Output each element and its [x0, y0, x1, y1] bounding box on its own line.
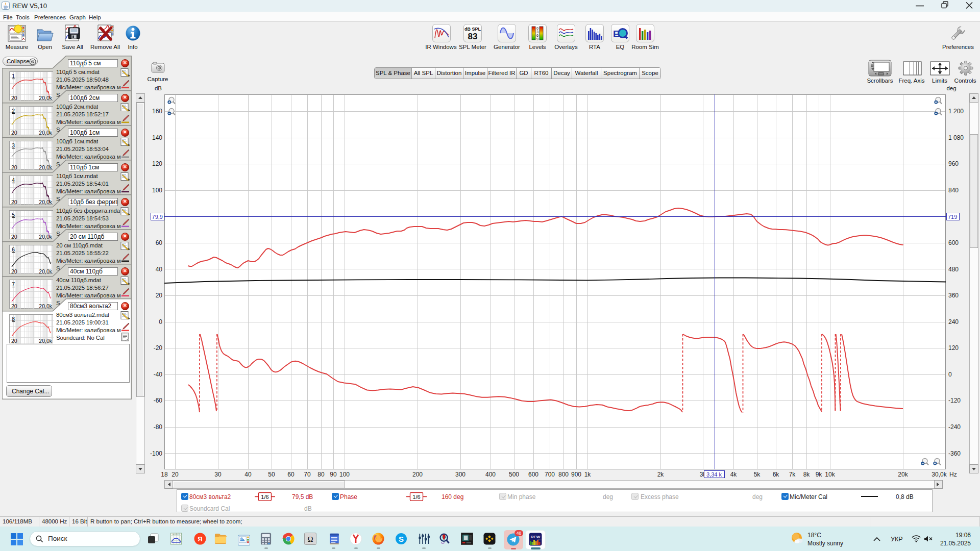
svg-text:83: 83 [468, 32, 478, 41]
svg-text:20: 20 [156, 292, 163, 299]
svg-text:70: 70 [304, 471, 311, 478]
svg-text:960: 960 [948, 160, 959, 167]
svg-text:30: 30 [214, 471, 222, 478]
svg-text:20: 20 [172, 471, 179, 478]
svg-text:20: 20 [11, 338, 17, 344]
svg-text:8k: 8k [803, 471, 811, 478]
svg-text:9k: 9k [816, 471, 823, 478]
svg-text:30,0k: 30,0k [932, 471, 947, 478]
svg-text:500: 500 [509, 471, 519, 478]
svg-text:1 080: 1 080 [948, 134, 964, 141]
svg-text:1 200: 1 200 [948, 108, 964, 115]
svg-text:0: 0 [948, 371, 952, 378]
svg-text:800: 800 [558, 471, 569, 478]
svg-text:600: 600 [528, 471, 538, 478]
svg-text:79,9: 79,9 [152, 214, 163, 220]
svg-text:-80: -80 [154, 423, 163, 431]
svg-text:160: 160 [152, 108, 162, 115]
svg-text:7: 7 [12, 281, 15, 287]
svg-text:3: 3 [536, 30, 538, 34]
svg-text:5: 5 [12, 212, 15, 218]
svg-text:-60: -60 [154, 397, 163, 404]
svg-text:Я: Я [198, 535, 202, 543]
svg-text:200: 200 [412, 471, 423, 478]
svg-text:120: 120 [152, 160, 162, 167]
svg-text:Hz: Hz [949, 471, 957, 478]
svg-text:60: 60 [156, 239, 163, 246]
svg-text:3: 3 [12, 142, 15, 148]
svg-text:6k: 6k [773, 471, 780, 478]
svg-text:60: 60 [287, 471, 295, 478]
svg-text:0: 0 [536, 27, 538, 30]
svg-text:-120: -120 [948, 397, 961, 404]
svg-text:20k: 20k [898, 471, 908, 478]
svg-text:1k: 1k [584, 471, 592, 478]
svg-text:1: 1 [12, 73, 15, 79]
svg-text:8: 8 [12, 316, 15, 322]
svg-text:audio1: audio1 [173, 533, 180, 536]
svg-text:40: 40 [244, 471, 252, 478]
svg-text:140: 140 [152, 134, 162, 141]
svg-text:-20: -20 [154, 344, 163, 352]
svg-text:0: 0 [159, 318, 162, 325]
svg-text:719: 719 [948, 214, 957, 220]
svg-text:-100: -100 [150, 450, 162, 457]
svg-text:2: 2 [12, 108, 15, 114]
svg-text:6: 6 [536, 34, 538, 37]
svg-text:6: 6 [12, 246, 15, 253]
svg-text:10k: 10k [825, 471, 835, 478]
svg-text:100: 100 [339, 471, 350, 478]
svg-text:360: 360 [948, 292, 959, 299]
svg-text:4k: 4k [730, 471, 738, 478]
svg-text:Ω: Ω [307, 535, 313, 543]
svg-text:3,34 k: 3,34 k [706, 471, 722, 478]
svg-text:18: 18 [161, 471, 168, 478]
svg-text:480: 480 [948, 266, 959, 273]
svg-text:840: 840 [948, 187, 959, 194]
svg-text:1/6: 1/6 [412, 494, 420, 500]
svg-text:S: S [399, 535, 404, 543]
svg-text:5k: 5k [754, 471, 761, 478]
svg-text:90: 90 [330, 471, 337, 478]
svg-text:80: 80 [317, 471, 325, 478]
svg-text:300: 300 [455, 471, 465, 478]
svg-text:9: 9 [536, 37, 538, 41]
svg-text:7k: 7k [789, 471, 796, 478]
svg-text:-360: -360 [948, 450, 961, 457]
svg-text:-240: -240 [948, 423, 961, 431]
svg-text:20,0k: 20,0k [39, 338, 52, 344]
svg-text:100: 100 [152, 187, 162, 194]
svg-text:2k: 2k [657, 471, 665, 478]
svg-text:50: 50 [268, 471, 275, 478]
svg-text:700: 700 [545, 471, 555, 478]
svg-text:4: 4 [12, 177, 15, 183]
svg-text:dB SPL: dB SPL [464, 27, 481, 32]
svg-text:400: 400 [485, 471, 496, 478]
svg-text:600: 600 [948, 239, 959, 246]
svg-text:40: 40 [156, 266, 163, 273]
svg-text:120: 120 [948, 344, 959, 352]
svg-text:1/6: 1/6 [261, 494, 268, 500]
svg-text:900: 900 [571, 471, 581, 478]
svg-text:-40: -40 [154, 371, 163, 378]
svg-text:240: 240 [948, 318, 959, 325]
